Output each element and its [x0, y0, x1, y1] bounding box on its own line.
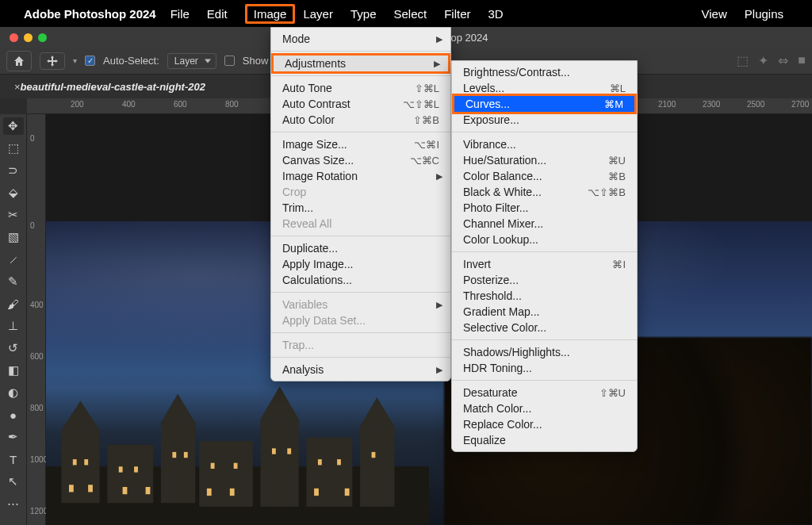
menu-item-duplicate[interactable]: Duplicate...	[271, 240, 450, 256]
menu-item-auto-tone[interactable]: Auto Tone⇧⌘L	[271, 80, 450, 96]
menu-item-label: Channel Mixer...	[463, 217, 626, 230]
tool-text[interactable]: T	[3, 450, 24, 468]
close-tab-icon[interactable]: ×	[14, 81, 21, 93]
menu-item-trim[interactable]: Trim...	[271, 200, 450, 216]
menu-item-match-color[interactable]: Match Color...	[452, 400, 637, 416]
menu-item-hue-saturation[interactable]: Hue/Saturation...⌘U	[452, 152, 637, 168]
home-button[interactable]	[6, 51, 32, 71]
menu-item-label: Trap...	[282, 339, 439, 351]
menu-item-invert[interactable]: Invert⌘I	[452, 256, 637, 272]
menubar-item-3d[interactable]: 3D	[488, 7, 504, 21]
tool-frame[interactable]: ▧	[3, 228, 24, 246]
menu-item-apply-image[interactable]: Apply Image...	[271, 256, 450, 272]
tool-crop[interactable]: ✂	[3, 206, 24, 224]
tool-more[interactable]: ⋯	[3, 495, 24, 512]
tool-object-select[interactable]: ⬙	[3, 184, 24, 201]
menu-shortcut: ⌥⌘I	[414, 139, 439, 151]
tool-gradient[interactable]: ◐	[3, 384, 24, 401]
menu-shortcut: ⌥⌘C	[410, 155, 439, 167]
menubar-item-layer[interactable]: Layer	[303, 7, 333, 21]
menu-item-exposure[interactable]: Exposure...	[452, 112, 637, 128]
menu-item-gradient-map[interactable]: Gradient Map...	[452, 304, 637, 320]
menu-item-label: Match Color...	[463, 402, 626, 415]
menubar-item-edit[interactable]: Edit	[207, 7, 228, 21]
distribute-icon[interactable]: ⇔	[778, 53, 788, 68]
menu-item-color-lookup[interactable]: Color Lookup...	[452, 232, 637, 247]
menubar-item-plugins[interactable]: Plugins	[745, 7, 783, 21]
menu-item-threshold[interactable]: Threshold...	[452, 288, 637, 304]
tool-stamp[interactable]: ⊥	[3, 317, 24, 335]
menu-item-color-balance[interactable]: Color Balance...⌘B	[452, 168, 637, 184]
menu-item-replace-color[interactable]: Replace Color...	[452, 416, 637, 432]
show-transform-checkbox[interactable]	[224, 56, 235, 66]
menu-item-image-rotation[interactable]: Image Rotation▶	[271, 168, 450, 184]
svg-rect-15	[134, 466, 138, 472]
svg-rect-12	[73, 459, 77, 465]
menu-item-image-size[interactable]: Image Size...⌥⌘I	[271, 136, 450, 152]
tool-marquee[interactable]: ⬚	[3, 140, 24, 157]
maximize-window-button[interactable]	[38, 33, 47, 42]
tool-history-brush[interactable]: ↺	[3, 339, 24, 357]
chevron-down-icon[interactable]: ▾	[73, 56, 77, 65]
menu-item-auto-contrast[interactable]: Auto Contrast⌥⇧⌘L	[271, 96, 450, 112]
menu-item-equalize[interactable]: Equalize	[452, 432, 637, 448]
menu-item-label: Shadows/Highlights...	[463, 346, 626, 358]
tool-mode-selector[interactable]	[40, 52, 65, 70]
menu-item-posterize[interactable]: Posterize...	[452, 272, 637, 288]
3d-mode-icon[interactable]: ⬚	[737, 53, 749, 68]
menu-item-label: Levels...	[463, 82, 591, 94]
svg-rect-20	[272, 448, 276, 454]
tool-eraser[interactable]: ◧	[3, 362, 24, 379]
menu-item-auto-color[interactable]: Auto Color⇧⌘B	[271, 112, 450, 128]
auto-select-checkbox[interactable]: ✓	[85, 56, 95, 66]
menu-item-vibrance[interactable]: Vibrance...	[452, 136, 637, 152]
tool-blur[interactable]: ●	[3, 406, 24, 423]
menu-item-label: Image Rotation	[282, 170, 439, 182]
ruler-vertical[interactable]: 0040060080010001200	[27, 114, 46, 525]
menu-item-channel-mixer[interactable]: Channel Mixer...	[452, 216, 637, 232]
tool-pen[interactable]: ✒	[3, 428, 24, 446]
close-window-button[interactable]	[10, 33, 18, 42]
tool-path-select[interactable]: ↖	[3, 473, 24, 490]
menu-item-label: Equalize	[463, 434, 626, 446]
menu-item-selective-color[interactable]: Selective Color...	[452, 320, 637, 335]
menubar-item-select[interactable]: Select	[393, 7, 427, 21]
tool-brush-fix[interactable]: ✎	[3, 273, 24, 290]
minimize-window-button[interactable]	[24, 33, 33, 42]
chevron-right-icon: ▶	[436, 34, 442, 44]
menu-item-canvas-size[interactable]: Canvas Size...⌥⌘C	[271, 152, 450, 168]
menubar-item-image[interactable]: Image	[245, 4, 296, 24]
document-filename: beautiful-medieval-castle-at-night-202	[21, 81, 205, 93]
menu-item-label: Curves...	[465, 98, 585, 110]
menubar-item-type[interactable]: Type	[350, 7, 377, 21]
menubar-item-file[interactable]: File	[170, 7, 190, 21]
svg-rect-28	[146, 487, 151, 494]
menu-item-hdr-toning[interactable]: HDR Toning...	[452, 360, 637, 376]
menubar-item-view[interactable]: View	[702, 7, 727, 21]
menu-item-shadows-highlights[interactable]: Shadows/Highlights...	[452, 344, 637, 360]
menu-item-black-white[interactable]: Black & White...⌥⇧⌘B	[452, 184, 637, 200]
tool-lasso[interactable]: ⊃	[3, 162, 24, 179]
menu-item-analysis[interactable]: Analysis▶	[271, 362, 450, 377]
menu-item-adjustments[interactable]: Adjustments▶	[271, 53, 450, 74]
align-icon[interactable]: ✦	[758, 53, 768, 68]
menu-item-desaturate[interactable]: Desaturate⇧⌘U	[452, 385, 637, 400]
layer-type-select[interactable]: Layer	[167, 53, 216, 69]
menu-item-brightness-contrast[interactable]: Brightness/Contrast...	[452, 64, 637, 80]
menu-item-photo-filter[interactable]: Photo Filter...	[452, 200, 637, 216]
tool-brush[interactable]: 🖌	[3, 295, 24, 312]
menubar-item-filter[interactable]: Filter	[444, 7, 470, 21]
menu-item-label: HDR Toning...	[463, 362, 626, 374]
svg-marker-5	[161, 394, 195, 423]
svg-rect-26	[88, 485, 93, 492]
menu-item-mode[interactable]: Mode▶	[271, 31, 450, 47]
svg-rect-9	[306, 438, 352, 507]
camera-icon[interactable]: ■	[798, 53, 806, 68]
tool-move[interactable]: ✥	[3, 117, 24, 135]
tool-eyedropper[interactable]: ⟋	[3, 251, 24, 268]
chevron-right-icon: ▶	[434, 59, 440, 69]
menu-item-label: Image Size...	[282, 138, 395, 151]
menu-item-calculations[interactable]: Calculations...	[271, 272, 450, 288]
menu-item-label: Apply Image...	[282, 258, 439, 270]
menu-shortcut: ⌥⇧⌘L	[403, 98, 439, 110]
